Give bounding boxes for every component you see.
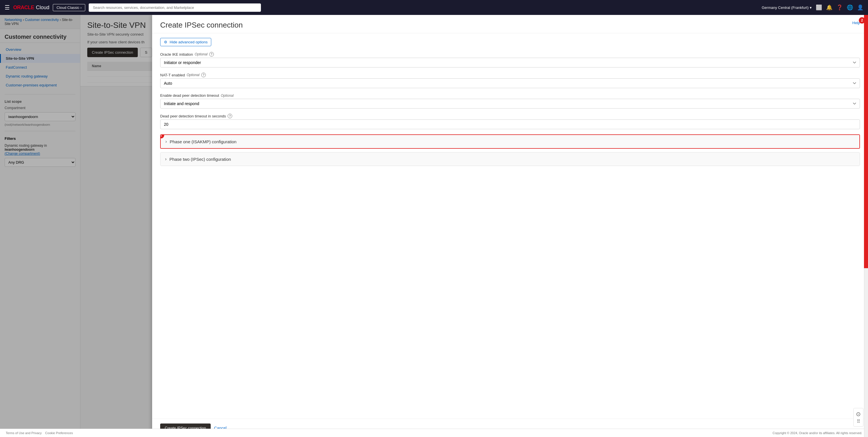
dead-peer-timeout-label: Dead peer detection timeout in seconds ? xyxy=(160,114,860,118)
oracle-logo: ORACLE Cloud xyxy=(13,5,50,11)
help-icon[interactable]: ❓ xyxy=(836,4,843,11)
dead-peer-group: Enable dead peer detection timeout Optio… xyxy=(160,93,860,108)
oracle-ike-optional: Optional xyxy=(195,52,208,56)
hamburger-menu-icon[interactable]: ☰ xyxy=(5,4,10,11)
dead-peer-timeout-input[interactable] xyxy=(160,120,860,129)
nav-right: Germany Central (Frankfurt) ▾ ⬜ 🔔 ❓ 🌐 👤 xyxy=(762,4,863,11)
dead-peer-timeout-group: Dead peer detection timeout in seconds ? xyxy=(160,114,860,129)
search-input[interactable] xyxy=(89,3,261,12)
footer-links: Terms of Use and Privacy Cookie Preferen… xyxy=(6,431,73,435)
nat-t-optional: Optional xyxy=(187,73,199,77)
phase-two-label: Phase two (IPSec) configuration xyxy=(169,157,231,162)
nat-t-label-text: NAT-T enabled xyxy=(160,73,185,77)
phase-two-chevron-icon: › xyxy=(165,156,166,162)
dead-peer-timeout-help-icon[interactable]: ? xyxy=(228,114,232,118)
scrollbar-thumb xyxy=(864,15,868,268)
oracle-ike-help-icon[interactable]: ? xyxy=(209,52,214,57)
terminal-icon[interactable]: ⬜ xyxy=(816,4,822,11)
hide-advanced-options-button[interactable]: ⚙ Hide advanced options xyxy=(160,38,211,46)
terms-link[interactable]: Terms of Use and Privacy xyxy=(6,431,42,435)
oracle-ike-select[interactable]: Initiator or responder xyxy=(160,58,860,67)
nat-t-group: NAT-T enabled Optional ? Auto xyxy=(160,73,860,88)
region-label: Germany Central (Frankfurt) xyxy=(762,5,809,10)
copyright-text: Copyright © 2024, Oracle and/or its affi… xyxy=(773,431,862,435)
phase-two-section: › Phase two (IPSec) configuration xyxy=(160,152,860,166)
oracle-ike-label-text: Oracle IKE initiation xyxy=(160,52,193,57)
support-widget[interactable]: ⊙ ⠿ xyxy=(854,408,863,427)
modal-panel: Create IPSec connection Help ⚙ Hide adva… xyxy=(152,15,868,437)
modal-title: Create IPSec connection xyxy=(160,21,243,30)
modal-overlay: Create IPSec connection Help ⚙ Hide adva… xyxy=(0,15,868,437)
dead-peer-select[interactable]: Initiate and respond xyxy=(160,99,860,108)
cloud-text: Cloud xyxy=(36,5,50,11)
chevron-down-icon: ▾ xyxy=(810,5,812,10)
modal-body: ⚙ Hide advanced options Oracle IKE initi… xyxy=(152,33,868,418)
user-avatar[interactable]: 👤 xyxy=(857,4,863,11)
bell-icon[interactable]: 🔔 xyxy=(826,4,832,11)
globe-icon[interactable]: 🌐 xyxy=(847,4,853,11)
grid-icon: ⠿ xyxy=(857,418,860,424)
phase-one-label: Phase one (ISAKMP) configuration xyxy=(169,139,237,144)
scrollbar-badge: 2 xyxy=(859,17,865,24)
nat-t-select[interactable]: Auto xyxy=(160,79,860,88)
oracle-ike-group: Oracle IKE initiation Optional ? Initiat… xyxy=(160,52,860,67)
phase-two-header[interactable]: › Phase two (IPSec) configuration xyxy=(160,153,860,166)
advanced-options-label: Hide advanced options xyxy=(169,40,208,44)
dead-peer-optional: Optional xyxy=(221,94,234,98)
oracle-ike-label: Oracle IKE initiation Optional ? xyxy=(160,52,860,57)
top-nav: ☰ ORACLE Cloud Cloud Classic › Germany C… xyxy=(0,0,868,15)
phase-one-header[interactable]: › Phase one (ISAKMP) configuration xyxy=(161,135,859,148)
dead-peer-label: Enable dead peer detection timeout Optio… xyxy=(160,93,860,98)
oracle-text: ORACLE xyxy=(13,5,34,11)
lifebuoy-icon: ⊙ xyxy=(856,411,861,417)
region-selector[interactable]: Germany Central (Frankfurt) ▾ xyxy=(762,5,812,10)
page-footer: Terms of Use and Privacy Cookie Preferen… xyxy=(0,429,868,437)
cloud-classic-button[interactable]: Cloud Classic › xyxy=(53,4,85,11)
options-icon: ⚙ xyxy=(164,40,167,44)
nat-t-help-icon[interactable]: ? xyxy=(201,73,206,77)
cookies-link[interactable]: Cookie Preferences xyxy=(45,431,73,435)
dead-peer-timeout-label-text: Dead peer detection timeout in seconds xyxy=(160,114,226,118)
phase-one-chevron-icon: › xyxy=(165,139,167,144)
phase-one-section: 1 › Phase one (ISAKMP) configuration xyxy=(160,134,860,149)
modal-header: Create IPSec connection Help xyxy=(152,15,868,33)
nat-t-label: NAT-T enabled Optional ? xyxy=(160,73,860,77)
dead-peer-label-text: Enable dead peer detection timeout xyxy=(160,93,219,98)
scrollbar-indicator[interactable] xyxy=(864,15,868,437)
